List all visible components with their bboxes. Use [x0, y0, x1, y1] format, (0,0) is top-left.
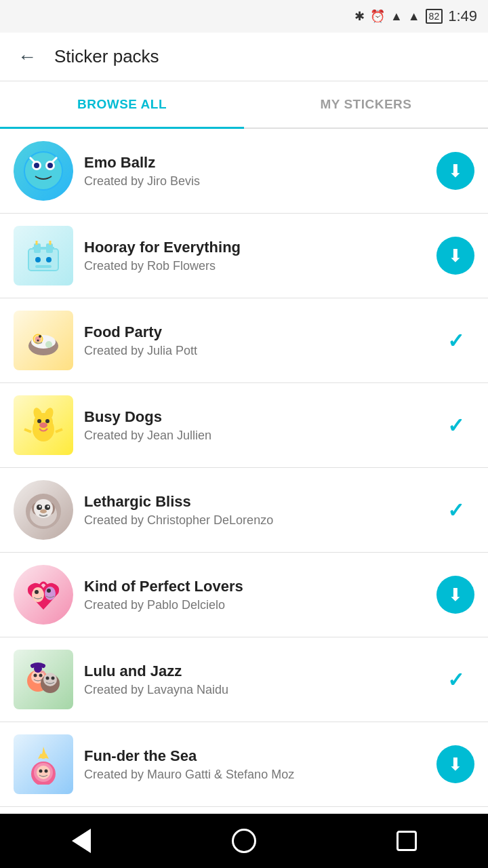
svg-point-42: [35, 590, 39, 594]
sticker-info: Food Party Created by Julia Pott: [73, 323, 436, 358]
sticker-action: ✓: [436, 406, 474, 444]
svg-point-62: [41, 753, 46, 759]
svg-point-35: [34, 499, 53, 518]
svg-rect-12: [35, 265, 52, 268]
sticker-info: Lethargic Bliss Created by Christopher D…: [73, 493, 436, 528]
installed-check-icon: ✓: [447, 329, 464, 353]
sticker-name: Lulu and Jazz: [84, 663, 426, 680]
svg-point-11: [46, 257, 52, 262]
sticker-action[interactable]: ⬇: [436, 152, 474, 190]
nav-recent-icon: [396, 831, 417, 851]
svg-point-19: [39, 335, 41, 338]
svg-point-21: [45, 341, 52, 348]
sticker-action: ✓: [436, 660, 474, 698]
sticker-info: Busy Dogs Created by Jean Jullien: [73, 408, 436, 443]
sticker-creator: Created by Julia Pott: [84, 344, 426, 358]
svg-point-52: [46, 677, 49, 680]
sticker-item[interactable]: Emo Ballz Created by Jiro Bevis ⬇: [0, 129, 488, 214]
sticker-creator: Created by Jean Jullien: [84, 429, 426, 443]
sticker-name: Fun-der the Sea: [84, 747, 426, 765]
sticker-thumb: [14, 650, 73, 709]
tab-my-stickers[interactable]: MY STICKERS: [244, 81, 488, 127]
sticker-action[interactable]: ⬇: [436, 745, 474, 783]
installed-check-icon: ✓: [447, 498, 464, 522]
sticker-creator: Created by Mauro Gatti & Stefano Moz: [84, 768, 426, 782]
svg-point-56: [37, 766, 50, 779]
svg-point-28: [39, 422, 47, 428]
download-icon: ⬇: [448, 585, 463, 606]
sticker-name: Busy Dogs: [84, 408, 426, 426]
battery-icon: 82: [426, 9, 443, 24]
sticker-info: Kind of Perfect Lovers Created by Pablo …: [73, 578, 436, 612]
svg-point-57: [39, 770, 43, 773]
svg-line-29: [56, 429, 62, 432]
nav-recent-button[interactable]: [386, 821, 427, 861]
sticker-creator: Created by Christopher DeLorenzo: [84, 513, 426, 528]
sticker-action[interactable]: ⬇: [436, 237, 474, 275]
status-bar: ✱ ⏰ ▲ ▲ 82 1:49: [0, 0, 488, 33]
installed-check-icon: ✓: [447, 668, 464, 692]
download-button[interactable]: ⬇: [436, 576, 474, 614]
sticker-thumb: [14, 395, 73, 455]
sticker-thumb: [14, 565, 73, 625]
sticker-thumb: [14, 480, 73, 540]
sticker-creator: Created by Lavayna Naidu: [84, 683, 426, 697]
bottom-navigation: [0, 814, 488, 868]
svg-point-44: [47, 589, 51, 593]
download-button[interactable]: ⬇: [436, 152, 474, 190]
svg-point-53: [52, 677, 55, 680]
sticker-action[interactable]: ⬇: [436, 576, 474, 614]
svg-point-10: [35, 257, 41, 262]
tabs-container: BROWSE ALL MY STICKERS: [0, 81, 488, 129]
sticker-item[interactable]: Food Party Created by Julia Pott ✓: [0, 298, 488, 383]
svg-point-4: [47, 163, 53, 168]
wifi-icon: ▲: [390, 9, 403, 24]
download-icon: ⬇: [448, 754, 463, 775]
sticker-item[interactable]: Busy Dogs Created by Jean Jullien ✓: [0, 383, 488, 468]
sticker-name: Emo Ballz: [84, 154, 426, 172]
sticker-thumb: [14, 226, 73, 285]
download-icon: ⬇: [448, 161, 463, 182]
svg-point-40: [40, 509, 47, 513]
sticker-name: Lethargic Bliss: [84, 493, 426, 511]
sticker-info: Hooray for Everything Created by Rob Flo…: [73, 239, 436, 273]
svg-point-27: [45, 419, 49, 423]
sticker-list: Emo Ballz Created by Jiro Bevis ⬇: [0, 129, 488, 814]
download-button[interactable]: ⬇: [436, 745, 474, 783]
sticker-thumb: [14, 734, 73, 794]
tab-browse-all[interactable]: BROWSE ALL: [0, 81, 244, 127]
sticker-info: Fun-der the Sea Created by Mauro Gatti &…: [73, 747, 436, 782]
status-icons: ✱ ⏰ ▲ ▲ 82 1:49: [354, 7, 477, 25]
sticker-name: Hooray for Everything: [84, 239, 426, 256]
svg-line-30: [24, 429, 31, 432]
svg-point-51: [43, 673, 57, 686]
header: ← Sticker packs: [0, 33, 488, 81]
sticker-thumb: [14, 311, 73, 370]
svg-point-38: [39, 506, 41, 508]
svg-point-20: [37, 340, 39, 342]
nav-back-button[interactable]: [61, 821, 102, 861]
svg-point-26: [37, 419, 41, 423]
nav-home-icon: [232, 829, 256, 853]
status-time: 1:49: [448, 7, 477, 25]
svg-point-3: [34, 163, 39, 168]
svg-point-39: [47, 506, 49, 508]
download-icon: ⬇: [448, 245, 463, 267]
sticker-creator: Created by Rob Flowers: [84, 259, 426, 273]
sticker-item[interactable]: Lulu and Jazz Created by Lavayna Naidu ✓: [0, 637, 488, 722]
svg-point-58: [45, 770, 48, 773]
sticker-item[interactable]: Kind of Perfect Lovers Created by Pablo …: [0, 553, 488, 637]
sticker-item[interactable]: Fun-der the Sea Created by Mauro Gatti &…: [0, 722, 488, 807]
signal-icon: ▲: [408, 9, 420, 24]
sticker-item[interactable]: Lethargic Bliss Created by Christopher D…: [0, 468, 488, 553]
sticker-action: ✓: [436, 491, 474, 529]
back-button[interactable]: ←: [14, 43, 41, 71]
installed-check-icon: ✓: [447, 414, 464, 437]
svg-point-47: [34, 674, 37, 677]
sticker-info: Emo Ballz Created by Jiro Bevis: [73, 154, 436, 189]
nav-home-button[interactable]: [224, 821, 264, 861]
sticker-item[interactable]: Hooray for Everything Created by Rob Flo…: [0, 214, 488, 298]
download-button[interactable]: ⬇: [436, 237, 474, 275]
sticker-action: ✓: [436, 321, 474, 359]
nav-back-icon: [72, 829, 91, 853]
